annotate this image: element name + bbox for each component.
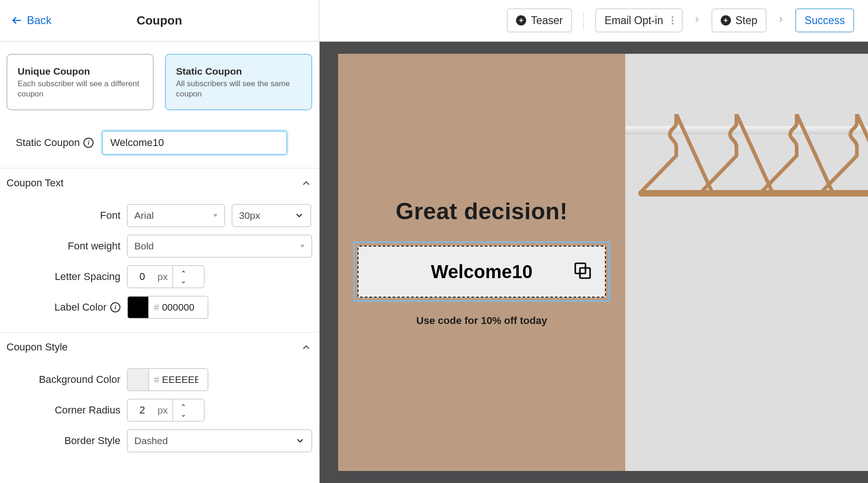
background-color-input[interactable]: #	[127, 368, 208, 391]
step-up-button[interactable]	[173, 266, 194, 277]
plus-circle-icon: +	[721, 15, 731, 25]
corner-radius-label: Corner Radius	[6, 404, 120, 416]
unique-coupon-desc: Each subscriber will see a different cou…	[18, 79, 143, 99]
preview-subtext: Use code for 10% off today	[416, 315, 547, 327]
letter-spacing-label: Letter Spacing	[6, 271, 120, 283]
letter-spacing-stepper[interactable]: px	[127, 265, 205, 288]
step-down-button[interactable]	[173, 410, 194, 421]
chevron-right-icon	[775, 15, 787, 25]
color-swatch[interactable]	[128, 369, 149, 390]
svg-rect-6	[819, 190, 868, 197]
font-weight-select[interactable]: Bold	[127, 235, 312, 258]
static-coupon-desc: All subscribers will see the same coupon	[176, 79, 301, 99]
step-up-button[interactable]	[173, 400, 194, 410]
corner-radius-stepper[interactable]: px	[127, 399, 205, 422]
back-label: Back	[27, 14, 51, 27]
static-coupon-input[interactable]	[102, 131, 287, 155]
info-icon[interactable]: i	[110, 302, 120, 312]
border-style-label: Border Style	[6, 435, 120, 447]
back-button[interactable]: Back	[11, 14, 51, 27]
static-coupon-card[interactable]: Static Coupon All subscribers will see t…	[165, 54, 312, 110]
font-size-select[interactable]: 30px	[232, 204, 311, 227]
caret-down-icon	[213, 214, 218, 217]
coupon-selection-outline[interactable]: Welcome10	[353, 242, 610, 302]
color-swatch[interactable]	[128, 297, 149, 318]
preview-image	[625, 54, 868, 471]
add-step-button[interactable]: + Step	[711, 8, 767, 32]
plus-circle-icon: +	[516, 15, 526, 25]
page-title: Coupon	[137, 13, 182, 28]
chevron-down-icon	[295, 211, 304, 220]
copy-icon[interactable]	[572, 260, 594, 284]
background-color-hex-input[interactable]	[159, 374, 201, 385]
label-color-label: Label Color i	[6, 301, 120, 313]
arrow-left-icon	[11, 15, 22, 26]
chevron-right-icon	[691, 15, 703, 25]
chevron-up-icon	[300, 177, 312, 189]
font-label: Font	[6, 210, 120, 222]
chevron-down-icon	[296, 436, 305, 445]
background-color-label: Background Color	[6, 374, 120, 386]
border-style-select[interactable]: Dashed	[127, 429, 312, 452]
coupon-code-text: Welcome10	[431, 261, 532, 282]
static-coupon-label: Static Coupon i	[16, 137, 94, 149]
unique-coupon-title: Unique Coupon	[18, 66, 143, 77]
corner-radius-input[interactable]	[128, 404, 153, 416]
divider	[583, 12, 584, 29]
email-optin-step-button[interactable]: Email Opt-in	[595, 8, 683, 32]
info-icon[interactable]: i	[83, 138, 94, 148]
success-step-button[interactable]: Success	[795, 8, 854, 32]
letter-spacing-input[interactable]	[128, 271, 153, 283]
coupon-text-section-toggle[interactable]: Coupon Text	[0, 169, 319, 197]
teaser-step-button[interactable]: + Teaser	[507, 8, 572, 32]
static-coupon-title: Static Coupon	[176, 66, 301, 77]
coupon-style-section-title: Coupon Style	[6, 341, 68, 353]
preview-headline: Great decision!	[396, 198, 568, 225]
chevron-up-icon	[300, 341, 312, 353]
caret-down-icon	[300, 245, 305, 248]
font-weight-label: Font weight	[6, 240, 120, 252]
step-down-button[interactable]	[173, 277, 194, 287]
unique-coupon-card[interactable]: Unique Coupon Each subscriber will see a…	[6, 54, 154, 110]
label-color-hex-input[interactable]	[159, 302, 201, 313]
coupon-text-section-title: Coupon Text	[6, 177, 63, 189]
kebab-icon[interactable]	[672, 16, 673, 25]
coupon-box[interactable]: Welcome10	[358, 246, 606, 298]
preview-popup: Great decision! Welcome10 Use code for 1…	[338, 54, 625, 471]
label-color-input[interactable]: #	[127, 296, 208, 319]
coupon-style-section-toggle[interactable]: Coupon Style	[0, 333, 319, 362]
preview-canvas: Great decision! Welcome10 Use code for 1…	[320, 42, 868, 483]
font-family-select[interactable]: Arial	[127, 204, 225, 227]
